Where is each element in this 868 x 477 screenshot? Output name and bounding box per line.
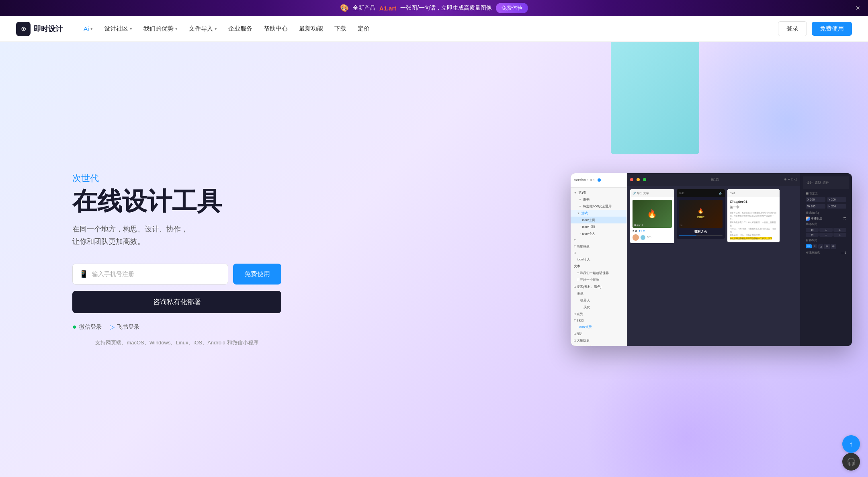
- dot-yellow: [637, 178, 640, 181]
- nav-item-import[interactable]: 文件导入 ▾: [184, 22, 222, 36]
- props-content: ☰ 在定义 X 200 Y 200 W 200 H 200 外观(填充) 不: [803, 189, 849, 257]
- tree-item[interactable]: · icon/点赞: [571, 323, 626, 330]
- nav-import-label: 文件导入: [189, 25, 213, 33]
- tree-item[interactable]: 文本: [571, 263, 626, 270]
- nav-item-advantages[interactable]: 我们的优势 ▾: [139, 22, 182, 36]
- nav-item-enterprise[interactable]: 企业服务: [223, 22, 257, 36]
- nav-item-help[interactable]: 帮助中心: [259, 22, 293, 36]
- avatar-small: [633, 234, 639, 241]
- nav-item-ai[interactable]: Ai ▾: [79, 22, 98, 35]
- tree-item[interactable]: T 1322: [571, 317, 626, 323]
- tree-item[interactable]: T: [571, 237, 626, 243]
- nav-actions: 登录 免费使用: [778, 21, 852, 36]
- card-body-dark: 🔥FIRE 31. 森林之火: [677, 197, 725, 239]
- hero-title: 在线设计工具: [72, 188, 281, 215]
- card-header-3: 8:41: [727, 189, 780, 197]
- song-info: 森林之火: [679, 229, 723, 234]
- tree-item[interactable]: ▼ 图书: [571, 196, 626, 203]
- scroll-to-top-button[interactable]: ↑: [842, 435, 860, 453]
- nav-features-label: 最新功能: [299, 25, 323, 33]
- tree-item-selected[interactable]: ▼ 游戏: [571, 210, 626, 217]
- tree-item[interactable]: 主题: [571, 290, 626, 297]
- layer-tree: ▼ 第1页 ▼ 图书 ▼ 标志柱/iOS安全通用 ▼ 游戏: [571, 188, 626, 346]
- login-button[interactable]: 登录: [778, 21, 807, 36]
- free-hero-button[interactable]: 免费使用: [233, 264, 281, 285]
- version-label: Version 1.0.1: [574, 178, 595, 182]
- tree-item[interactable]: ◆ 收起/售后: [571, 344, 626, 346]
- nav-item-features[interactable]: 最新功能: [294, 22, 328, 36]
- nav-item-community[interactable]: 设计社区 ▾: [99, 22, 137, 36]
- wechat-login-button[interactable]: ● 微信登录: [72, 323, 102, 331]
- wechat-login-label: 微信登录: [79, 323, 102, 331]
- chevron-down-icon: ▾: [175, 26, 178, 31]
- banner-product-name: A1.art: [379, 5, 397, 12]
- props-h: H 200: [827, 204, 847, 209]
- headset-icon: 🎧: [847, 457, 856, 466]
- canvas-controls: ⊕ ✦ □ ◁: [784, 178, 797, 181]
- consult-button[interactable]: 咨询私有化部署: [72, 291, 281, 313]
- tree-item[interactable]: □ 点赞: [571, 311, 626, 317]
- phone-icon: 📱: [79, 270, 88, 278]
- card-body-3: Chapter01 第一章 很多年以后，奥雷里亚诺·布恩迪亚上校站在行刑队面 前…: [727, 197, 780, 242]
- tree-item[interactable]: T 和我们一起超话世界: [571, 270, 626, 276]
- props-x: X 200: [806, 197, 825, 202]
- hero-left: 次世代 在线设计工具 在同一个地方，构思、设计、协作， 让你和团队更加高效。 📱…: [72, 172, 281, 346]
- registration-input-group: 📱 输入手机号注册 免费使用: [72, 264, 281, 285]
- tree-item-active[interactable]: · icon/主页: [571, 217, 626, 223]
- free-use-button[interactable]: 免费使用: [812, 22, 852, 36]
- chevron-down-icon: ▾: [130, 26, 132, 31]
- top-banner: 🎨 全新产品 A1.art 一张图/一句话，立即生成高质量图像 免费体验 ×: [0, 0, 868, 16]
- tree-item[interactable]: icon/个人: [571, 256, 626, 263]
- navbar: ⊕ 即时设计 Ai ▾ 设计社区 ▾ 我们的优势 ▾ 文件导入 ▾ 企业服务 帮…: [0, 16, 868, 42]
- nav-enterprise-label: 企业服务: [228, 25, 252, 33]
- platform-text: 支持网页端、macOS、Windows、Linux、iOS、Android 和微…: [72, 339, 281, 346]
- props-dims: X 200 Y 200: [806, 197, 846, 202]
- nav-advantages-label: 我们的优势: [143, 25, 174, 33]
- tree-item[interactable]: □ 图片: [571, 330, 626, 337]
- phone-input[interactable]: 📱 输入手机号注册: [72, 264, 228, 285]
- card-body: 森林之火 🔥 9.8 11.2 3个: [630, 197, 674, 243]
- banner-cta-button[interactable]: 免费体验: [496, 3, 528, 13]
- canvas-area: 第1页 ⊕ ✦ □ ◁ 🔗 导出 文字 森林之火: [627, 173, 800, 346]
- props-section-label: ☰ 在定义: [806, 192, 846, 196]
- nav-item-pricing[interactable]: 定价: [353, 22, 375, 36]
- album-art: 🔥FIRE 31.: [679, 200, 723, 228]
- arrow-up-icon: ↑: [850, 440, 853, 448]
- props-y: Y 200: [827, 197, 847, 202]
- tree-item[interactable]: T 功能标题: [571, 243, 626, 250]
- teal-decoration: [611, 42, 699, 154]
- chapter-text: 很多年以后，奥雷里亚诺·布恩迪亚上校站在行刑队面 前，准会想起父亲带他去见识冰块…: [730, 211, 777, 240]
- tree-item[interactable]: ▼ 标志柱/iOS安全通用: [571, 203, 626, 210]
- props-w: W 200: [806, 204, 825, 209]
- logo[interactable]: ⊕ 即时设计: [16, 22, 63, 36]
- banner-close-button[interactable]: ×: [856, 4, 860, 12]
- book-cover: 森林之火 🔥: [633, 200, 672, 228]
- nav-item-download[interactable]: 下载: [330, 22, 351, 36]
- dot-green: [643, 178, 646, 181]
- feishu-login-button[interactable]: ▷ 飞书登录: [110, 323, 139, 331]
- tree-item[interactable]: · icon/个人: [571, 230, 626, 237]
- banner-content: 🎨 全新产品 A1.art 一张图/一句话，立即生成高质量图像 免费体验: [340, 3, 528, 13]
- tree-item[interactable]: □: [571, 250, 626, 256]
- tree-item[interactable]: T 开始一个冒险: [571, 276, 626, 283]
- wechat-icon: ●: [72, 323, 77, 331]
- panel-toolbar: Version 1.0.1: [571, 173, 626, 188]
- dot-red: [630, 178, 633, 181]
- feishu-icon: ▷: [110, 323, 115, 331]
- tree-item[interactable]: 机器人: [571, 297, 626, 304]
- canvas-card-2: 8:41 🔗 🔥FIRE 31. 森林之火: [677, 189, 725, 239]
- tree-item[interactable]: □ 大量历史: [571, 337, 626, 344]
- nav-pricing-label: 定价: [358, 25, 370, 33]
- tree-item[interactable]: · icon/书馆: [571, 223, 626, 230]
- tree-item[interactable]: ▼ 第1页: [571, 189, 626, 196]
- feishu-login-label: 飞书登录: [117, 323, 139, 331]
- chevron-down-icon: ▾: [215, 26, 217, 31]
- props-auto-label: 自动布局: [806, 238, 846, 242]
- canvas-card-1: 🔗 导出 文字 森林之火 🔥 9.8 11.2: [630, 189, 674, 243]
- tree-item[interactable]: 头发: [571, 304, 626, 311]
- headset-button[interactable]: 🎧: [842, 453, 860, 471]
- nav-community-label: 设计社区: [104, 25, 128, 33]
- canvas-toolbar: 第1页 ⊕ ✦ □ ◁: [627, 173, 800, 186]
- tree-item[interactable]: □ 搜索(素材、颜色): [571, 283, 626, 290]
- canvas-page-label: 第1页: [649, 177, 781, 182]
